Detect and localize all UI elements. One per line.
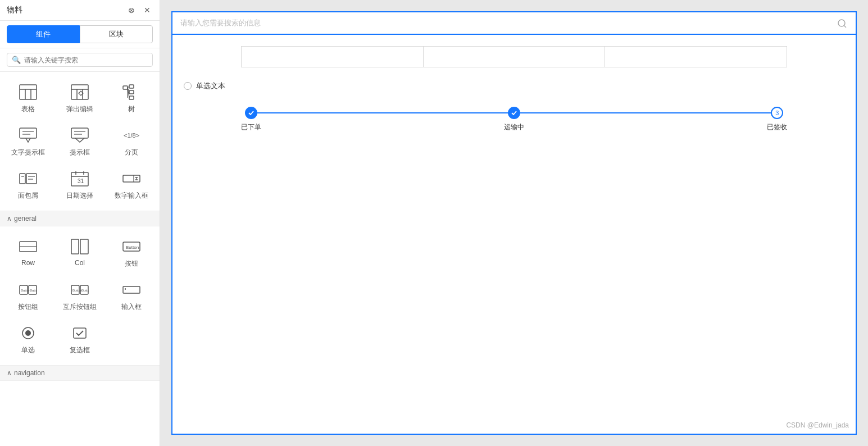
component-item-number-input[interactable]: 数字输入框 [106, 163, 157, 206]
component-item-tooltip[interactable]: 文字提示框 [2, 120, 54, 163]
section-general: ∧ general [0, 211, 160, 226]
svg-rect-38 [71, 239, 79, 254]
radio-button-group-icon: ButtonButton [69, 280, 91, 300]
svg-rect-19 [71, 128, 88, 138]
component-item-button[interactable]: Button 按钮 [106, 231, 157, 274]
component-item-col[interactable]: Col [54, 231, 106, 274]
canvas-radio-circle [184, 82, 192, 90]
svg-rect-16 [20, 128, 37, 138]
svg-rect-0 [20, 85, 37, 99]
component-grid-top: 表格 弹出编辑 树 文字提示框 提示框 [0, 72, 160, 211]
component-item-input[interactable]: 输入框 [106, 274, 157, 317]
component-item-breadcrumb[interactable]: 面包屑 [2, 163, 54, 206]
svg-rect-24 [26, 174, 37, 184]
radio-icon [17, 323, 39, 343]
svg-rect-10 [129, 90, 134, 94]
svg-text:Button: Button [126, 245, 139, 250]
input-icon [120, 280, 143, 300]
section-general-label: general [14, 215, 37, 222]
canvas-table [241, 46, 788, 67]
button-group-icon: ButtonButton [17, 280, 39, 300]
tree-icon [120, 82, 143, 102]
pagination-icon: <1/8> [120, 125, 143, 145]
header-icons: ⊗ ✕ [126, 4, 153, 16]
canvas-steps: 已下单 运输中 3 已签收 [241, 107, 788, 132]
component-item-hint-box[interactable]: 提示框 [54, 120, 106, 163]
row-icon [17, 236, 39, 257]
table-col-1 [242, 47, 424, 67]
component-item-tree[interactable]: 树 [106, 76, 157, 120]
tab-row: 组件 区块 [0, 21, 160, 48]
step-circle-1 [245, 107, 257, 119]
search-wrapper: 🔍 [7, 53, 153, 67]
svg-rect-8 [123, 86, 128, 89]
svg-rect-11 [129, 96, 134, 99]
component-item-radio[interactable]: 单选 [2, 317, 54, 361]
step-circle-3: 3 [771, 107, 783, 119]
svg-text:Button: Button [21, 289, 30, 292]
step-label-2: 运输中 [504, 122, 524, 132]
component-item-table[interactable]: 表格 [2, 76, 54, 120]
component-label-input: 输入框 [121, 302, 142, 312]
table-icon [17, 82, 39, 102]
component-item-checkbox[interactable]: 复选框 [54, 317, 106, 361]
main-content: 请输入您需要搜索的信息 单选文本 已下单 [160, 0, 868, 446]
popup-edit-icon [69, 82, 91, 102]
svg-text:Button: Button [30, 289, 37, 292]
step-circle-2 [508, 107, 520, 119]
svg-rect-9 [129, 85, 134, 88]
table-col-3 [605, 47, 787, 67]
tab-blocks[interactable]: 区块 [80, 25, 153, 43]
component-label-table: 表格 [21, 104, 35, 114]
tab-components[interactable]: 组件 [7, 25, 80, 43]
component-label-hint-box: 提示框 [70, 148, 90, 157]
sidebar-title: 物料 [7, 5, 22, 15]
component-label-radio: 单选 [21, 345, 35, 355]
component-label-number-input: 数字输入框 [115, 191, 148, 201]
section-navigation: ∧ navigation [0, 365, 160, 381]
number-input-icon [120, 169, 143, 189]
watermark: CSDN @Edwin_jada [786, 421, 849, 429]
svg-line-56 [844, 26, 847, 28]
button-icon: Button [120, 236, 143, 257]
step-label-3: 已签收 [767, 122, 787, 132]
sidebar: 物料 ⊗ ✕ 组件 区块 🔍 表格 弹出编辑 [0, 0, 160, 446]
component-item-pagination[interactable]: <1/8> 分页 [106, 120, 157, 163]
component-label-button-group: 按钮组 [18, 302, 38, 312]
chevron-up-icon: ∧ [7, 215, 12, 222]
component-label-pagination: 分页 [125, 148, 138, 157]
checkbox-icon [69, 323, 91, 343]
svg-rect-54 [74, 328, 86, 338]
search-input[interactable] [24, 56, 148, 64]
component-label-col: Col [75, 259, 85, 267]
search-icon: 🔍 [12, 56, 21, 64]
date-picker-icon: 31 [69, 169, 91, 189]
svg-text:<1/8>: <1/8> [124, 132, 139, 139]
canvas-search-icon-right[interactable] [837, 18, 848, 31]
section-navigation-label: navigation [14, 369, 45, 377]
canvas-search-bar: 请输入您需要搜索的信息 [172, 12, 856, 35]
col-icon [69, 236, 91, 257]
svg-text:Button: Button [81, 289, 89, 292]
component-item-popup-edit[interactable]: 弹出编辑 [54, 76, 106, 120]
component-label-breadcrumb: 面包屑 [18, 191, 38, 201]
chevron-up-icon-nav: ∧ [7, 369, 12, 377]
component-item-row[interactable]: Row [2, 231, 54, 274]
component-item-button-group[interactable]: ButtonButton 按钮组 [2, 274, 54, 317]
close-icon[interactable]: ✕ [142, 4, 153, 16]
canvas-area: 请输入您需要搜索的信息 单选文本 已下单 [171, 11, 857, 435]
svg-point-55 [838, 20, 845, 26]
search-row: 🔍 [0, 48, 160, 72]
component-item-date-picker[interactable]: 31 日期选择 [54, 163, 106, 206]
svg-text:Button: Button [72, 289, 82, 292]
component-label-popup-edit: 弹出编辑 [66, 104, 93, 114]
component-item-radio-button-group[interactable]: ButtonButton 互斥按钮组 [54, 274, 106, 317]
canvas-search-placeholder: 请输入您需要搜索的信息 [180, 19, 261, 27]
hint-box-icon [69, 125, 91, 145]
canvas-radio-label: 单选文本 [196, 81, 225, 91]
breadcrumb-icon [17, 169, 39, 189]
svg-point-53 [25, 330, 31, 336]
svg-rect-39 [80, 239, 88, 254]
pin-icon[interactable]: ⊗ [126, 4, 137, 16]
step-node-1: 已下单 [241, 107, 261, 132]
